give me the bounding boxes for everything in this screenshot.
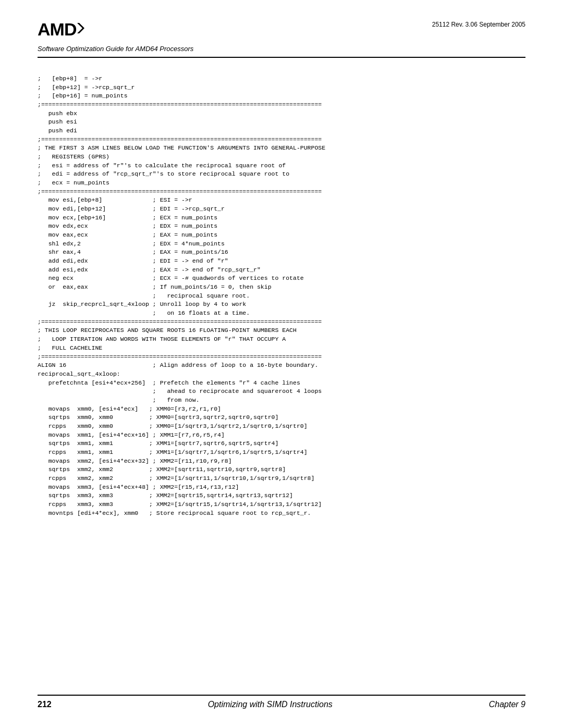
footer-page-number: 212 [38, 700, 52, 709]
svg-marker-1 [77, 23, 84, 33]
amd-logo: AMD [38, 19, 193, 43]
svg-text:AMD: AMD [38, 19, 77, 39]
page: AMD Software Optimization Guide for AMD6… [0, 0, 563, 728]
footer-right-text: Chapter 9 [489, 700, 525, 709]
footer-center-text: Optimizing with SIMD Instructions [208, 700, 333, 709]
header-info: 25112 Rev. 3.06 September 2005 [432, 19, 525, 28]
header-subtitle: Software Optimization Guide for AMD64 Pr… [38, 45, 193, 53]
footer: 212 Optimizing with SIMD Instructions Ch… [38, 695, 525, 709]
code-block: ; [ebp+8] = ->r ; [ebp+12] = ->rcp_sqrt_… [38, 75, 525, 517]
header: AMD Software Optimization Guide for AMD6… [38, 19, 525, 58]
logo-area: AMD Software Optimization Guide for AMD6… [38, 19, 193, 53]
